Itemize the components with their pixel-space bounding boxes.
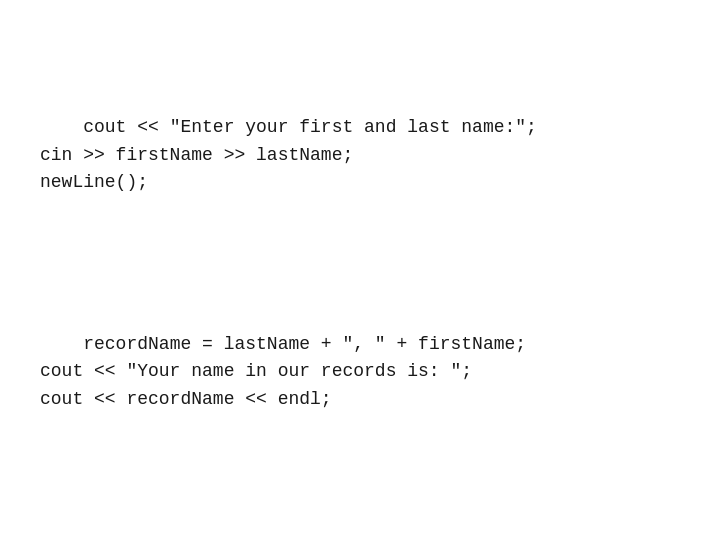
code-line-2-2: cout << "Your name in our records is: "; (40, 361, 472, 381)
code-paragraph-3: cout << "Our motto is\n" << motto << end… (40, 519, 537, 540)
code-line-1-1: cout << "Enter your first and last name:… (83, 117, 537, 137)
code-line-1-3: newLine(); (40, 172, 148, 192)
code-display: cout << "Enter your first and last name:… (40, 30, 537, 540)
code-paragraph-2: recordName = lastName + ", " + firstName… (40, 303, 537, 442)
code-line-2-3: cout << recordName << endl; (40, 389, 332, 409)
code-line-1-2: cin >> firstName >> lastName; (40, 145, 353, 165)
code-line-2-1: recordName = lastName + ", " + firstName… (83, 334, 526, 354)
code-paragraph-1: cout << "Enter your first and last name:… (40, 86, 537, 225)
